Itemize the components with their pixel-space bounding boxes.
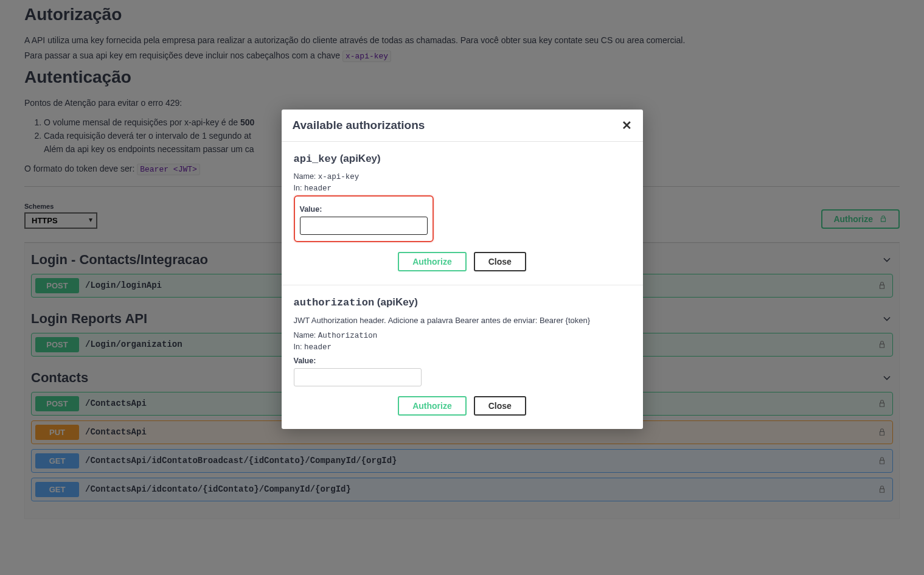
modal-title: Available authorizations <box>293 119 425 132</box>
modal-close-action-button[interactable]: Close <box>474 252 526 271</box>
highlight-box: Value: <box>294 195 434 242</box>
auth-block: authorization (apiKey)JWT Authorization … <box>282 285 643 429</box>
modal-header: Available authorizations ✕ <box>282 110 643 142</box>
value-label: Value: <box>300 205 428 214</box>
modal-button-row: AuthorizeClose <box>294 252 631 271</box>
auth-description: JWT Authorization header. Adicione a pal… <box>294 316 631 325</box>
authorizations-modal: Available authorizations ✕ api_key (apiK… <box>282 110 643 429</box>
auth-block: api_key (apiKey)Name: x-api-keyIn: heade… <box>282 142 643 285</box>
auth-value-input[interactable] <box>294 368 422 386</box>
value-label: Value: <box>294 357 631 365</box>
auth-heading: authorization (apiKey) <box>294 296 631 308</box>
auth-value-input[interactable] <box>300 217 428 235</box>
auth-heading: api_key (apiKey) <box>294 153 631 165</box>
modal-close-button[interactable]: ✕ <box>622 118 632 133</box>
modal-authorize-button[interactable]: Authorize <box>398 396 467 416</box>
auth-in-meta: In: header <box>294 343 631 352</box>
auth-in-meta: In: header <box>294 184 631 193</box>
auth-name-meta: Name: Authorization <box>294 331 631 340</box>
auth-name-meta: Name: x-api-key <box>294 172 631 181</box>
modal-button-row: AuthorizeClose <box>294 396 631 416</box>
modal-authorize-button[interactable]: Authorize <box>398 252 467 271</box>
modal-close-action-button[interactable]: Close <box>474 396 526 416</box>
modal-backdrop[interactable]: Available authorizations ✕ api_key (apiK… <box>0 0 924 575</box>
